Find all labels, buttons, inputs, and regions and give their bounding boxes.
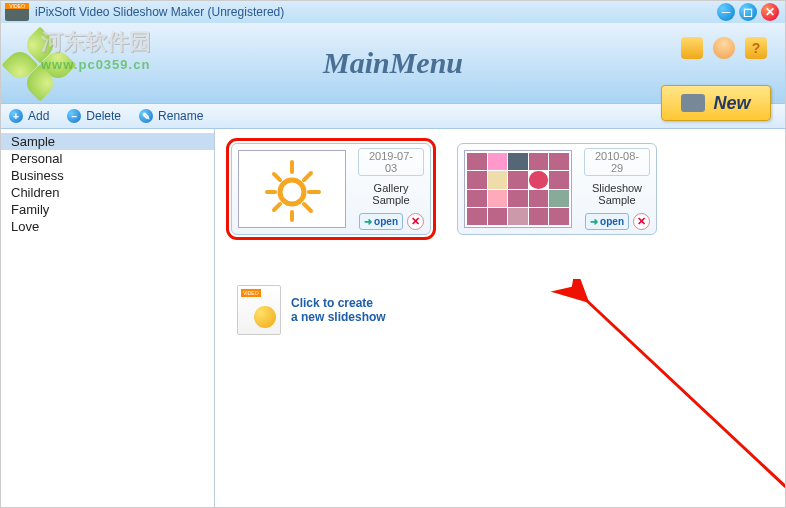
workspace: SamplePersonalBusinessChildrenFamilyLove… (1, 129, 785, 507)
sidebar-item-business[interactable]: Business (1, 167, 214, 184)
sidebar-item-family[interactable]: Family (1, 201, 214, 218)
help-icon[interactable]: ? (745, 37, 767, 59)
create-icon (237, 285, 281, 335)
cards-row: 2019-07-03Gallery Sample➜open✕2010-08-29… (231, 143, 769, 235)
header: 河东软件园 www.pc0359.cn MainMenu ? New (1, 23, 785, 103)
delete-card-button[interactable]: ✕ (633, 213, 650, 230)
rename-label: Rename (158, 109, 203, 123)
svg-line-7 (274, 204, 280, 210)
thumbnail (238, 150, 346, 228)
delete-icon: − (67, 109, 81, 123)
header-icons: ? (681, 37, 767, 59)
logo-icon (7, 32, 69, 94)
svg-point-0 (280, 180, 304, 204)
rename-icon: ✎ (139, 109, 153, 123)
titlebar: iPixSoft Video Slideshow Maker (Unregist… (1, 1, 785, 23)
user-icon[interactable] (713, 37, 735, 59)
content-area: 2019-07-03Gallery Sample➜open✕2010-08-29… (215, 129, 785, 507)
create-slideshow-button[interactable]: Click to create a new slideshow (237, 285, 769, 335)
svg-line-8 (304, 173, 311, 180)
sidebar-item-love[interactable]: Love (1, 218, 214, 235)
rename-button[interactable]: ✎ Rename (139, 109, 203, 123)
slideshow-card[interactable]: 2019-07-03Gallery Sample➜open✕ (231, 143, 431, 235)
minimize-button[interactable]: ─ (717, 3, 735, 21)
card-date: 2019-07-03 (358, 148, 424, 176)
maximize-button[interactable]: ◻ (739, 3, 757, 21)
camera-icon (681, 94, 705, 112)
svg-line-5 (274, 174, 280, 180)
delete-label: Delete (86, 109, 121, 123)
create-text: Click to create a new slideshow (291, 296, 386, 324)
sidebar-item-sample[interactable]: Sample (1, 133, 214, 150)
svg-line-6 (304, 204, 311, 211)
window-controls: ─ ◻ ✕ (717, 3, 779, 21)
new-button-label: New (713, 93, 750, 114)
folder-icon[interactable] (681, 37, 703, 59)
app-icon (5, 3, 29, 21)
card-name: Gallery Sample (358, 182, 424, 213)
card-name: Slideshow Sample (584, 182, 650, 213)
page-title: MainMenu (323, 46, 463, 80)
sidebar-item-children[interactable]: Children (1, 184, 214, 201)
delete-card-button[interactable]: ✕ (407, 213, 424, 230)
window-title: iPixSoft Video Slideshow Maker (Unregist… (35, 5, 284, 19)
slideshow-card[interactable]: 2010-08-29Slideshow Sample➜open✕ (457, 143, 657, 235)
sidebar: SamplePersonalBusinessChildrenFamilyLove (1, 129, 215, 507)
delete-button[interactable]: − Delete (67, 109, 121, 123)
open-button[interactable]: ➜open (585, 213, 629, 230)
new-button[interactable]: New (661, 85, 771, 121)
open-button[interactable]: ➜open (359, 213, 403, 230)
card-date: 2010-08-29 (584, 148, 650, 176)
add-button[interactable]: + Add (9, 109, 49, 123)
thumbnail (464, 150, 572, 228)
add-icon: + (9, 109, 23, 123)
close-button[interactable]: ✕ (761, 3, 779, 21)
add-label: Add (28, 109, 49, 123)
sidebar-item-personal[interactable]: Personal (1, 150, 214, 167)
